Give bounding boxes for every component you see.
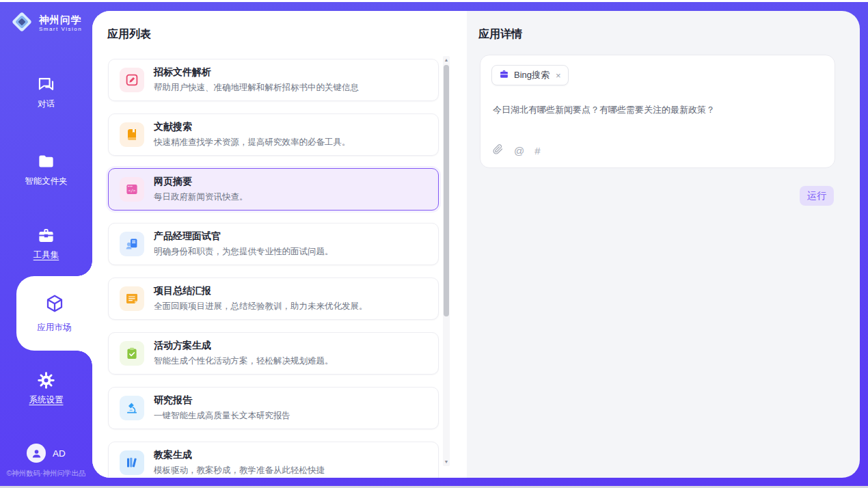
app-item-title: 网页摘要: [154, 176, 248, 188]
app-item-web-summary-selected[interactable]: </> 网页摘要 每日政府新闻资讯快查。: [108, 168, 439, 211]
app-item-desc: 每日政府新闻资讯快查。: [154, 191, 248, 203]
app-item-title: 研究报告: [154, 394, 290, 407]
book-icon: [120, 122, 144, 147]
app-item-title: 活动方案生成: [154, 340, 334, 352]
tool-tag-label: Bing搜索: [514, 69, 550, 81]
app-detail-panel: 应用详情 Bing搜索 × 今日湖北有哪些新闻要点？有哪些需要关注的最新政策？: [467, 11, 860, 478]
clipboard-check-icon: [120, 341, 144, 366]
scrollbar-thumb[interactable]: [444, 65, 449, 316]
mention-icon[interactable]: @: [514, 146, 524, 156]
sidebar-item-label: 智能文件夹: [0, 176, 92, 187]
user-profile[interactable]: AD: [0, 444, 92, 463]
run-button[interactable]: 运行: [800, 186, 834, 206]
paperclip-icon[interactable]: [492, 144, 504, 158]
microscope-icon: [120, 396, 144, 420]
memo-icon: [120, 286, 144, 311]
sidebar-item-smart-folder[interactable]: 智能文件夹: [0, 152, 92, 187]
interviewer-icon: [120, 232, 144, 256]
brand-subtitle: Smart Vision: [39, 26, 82, 32]
sidebar-item-label: 系统设置: [0, 394, 92, 406]
avatar: [27, 444, 46, 463]
folder-icon: [0, 152, 92, 171]
app-item-desc: 快速精准查找学术资源，提高研究效率的必备工具。: [154, 137, 351, 148]
app-item-desc: 模板驱动，教案秒成，教学准备从此轻松快捷: [154, 465, 325, 476]
query-card: Bing搜索 × 今日湖北有哪些新闻要点？有哪些需要关注的最新政策？ @ #: [480, 55, 835, 168]
app-list: 招标文件解析 帮助用户快速、准确地理解和解析招标书中的关键信息 文献搜索 快速精…: [108, 59, 439, 478]
sidebar-item-toolset[interactable]: 工具集: [0, 226, 92, 261]
app-item-desc: 全面回顾项目进展，总结经验教训，助力未来优化发展。: [154, 301, 368, 312]
app-item-desc: 帮助用户快速、准确地理解和解析招标书中的关键信息: [154, 82, 359, 94]
books-icon: [120, 450, 144, 475]
sidebar: 神州问学 Smart Vision 对话 智能文件夹 工具集: [0, 2, 92, 486]
cube-icon: [44, 293, 65, 316]
brand-name: 神州问学: [39, 14, 82, 26]
sidebar-item-chat[interactable]: 对话: [0, 75, 92, 110]
app-item-project-summary[interactable]: 项目总结汇报 全面回顾项目进展，总结经验教训，助力未来优化发展。: [108, 277, 439, 320]
app-detail-title: 应用详情: [478, 27, 522, 42]
scroll-down-icon[interactable]: ▼: [443, 458, 450, 466]
app-item-title: 招标文件解析: [154, 66, 359, 79]
hashtag-icon[interactable]: #: [534, 146, 540, 156]
sidebar-footer-text: ©神州数码·神州问学出品: [0, 469, 92, 478]
app-item-title: 文献搜索: [154, 121, 351, 133]
scroll-up-icon[interactable]: ▲: [443, 56, 450, 64]
diamond-logo-icon: [10, 10, 33, 36]
app-item-tender-parse[interactable]: 招标文件解析 帮助用户快速、准确地理解和解析招标书中的关键信息: [108, 59, 439, 101]
scrollbar[interactable]: ▲ ▼: [443, 56, 450, 466]
app-item-pm-interviewer[interactable]: 产品经理面试官 明确身份和职责，为您提供专业性的面试问题。: [108, 223, 439, 265]
query-input[interactable]: 今日湖北有哪些新闻要点？有哪些需要关注的最新政策？: [493, 103, 824, 117]
gear-icon: [0, 371, 92, 390]
app-item-desc: 智能生成个性化活动方案，轻松解决规划难题。: [154, 355, 334, 367]
app-item-title: 教案生成: [154, 449, 325, 461]
app-list-panel: 应用列表 招标文件解析 帮助用户快速、准确地理解和解析招标书中的关键信息: [92, 11, 467, 478]
chat-icon: [0, 75, 92, 94]
sidebar-item-label: 应用市场: [38, 322, 72, 334]
briefcase-icon: [499, 69, 509, 82]
user-name: AD: [53, 448, 66, 459]
pen-square-icon: [120, 68, 144, 92]
sidebar-item-label: 对话: [0, 98, 92, 110]
toolbox-icon: [0, 226, 92, 245]
main-content: 应用列表 招标文件解析 帮助用户快速、准确地理解和解析招标书中的关键信息: [92, 11, 860, 478]
app-item-lesson-plan[interactable]: 教案生成 模板驱动，教案秒成，教学准备从此轻松快捷: [108, 442, 439, 478]
svg-text:</>: </>: [128, 188, 136, 193]
sidebar-item-label: 工具集: [0, 249, 92, 261]
sidebar-item-settings[interactable]: 系统设置: [0, 371, 92, 406]
tool-tag-bing-search[interactable]: Bing搜索 ×: [491, 65, 569, 85]
app-item-desc: 一键智能生成高质量长文本研究报告: [154, 410, 290, 422]
remove-tag-icon[interactable]: ×: [556, 70, 561, 81]
brand-logo: 神州问学 Smart Vision: [0, 10, 92, 36]
input-toolbar: @ #: [492, 144, 541, 158]
app-list-title: 应用列表: [107, 27, 151, 42]
sidebar-item-app-market-active[interactable]: 应用市场: [16, 276, 92, 351]
app-item-title: 项目总结汇报: [154, 285, 368, 297]
app-item-desc: 明确身份和职责，为您提供专业性的面试问题。: [154, 246, 334, 258]
app-item-literature-search[interactable]: 文献搜索 快速精准查找学术资源，提高研究效率的必备工具。: [108, 113, 439, 156]
top-edge-strip: [0, 0, 868, 2]
app-item-title: 产品经理面试官: [154, 230, 334, 243]
browser-code-icon: </>: [120, 177, 144, 202]
app-item-research-report[interactable]: 研究报告 一键智能生成高质量长文本研究报告: [108, 387, 439, 429]
app-item-event-plan[interactable]: 活动方案生成 智能生成个性化活动方案，轻松解决规划难题。: [108, 332, 439, 375]
